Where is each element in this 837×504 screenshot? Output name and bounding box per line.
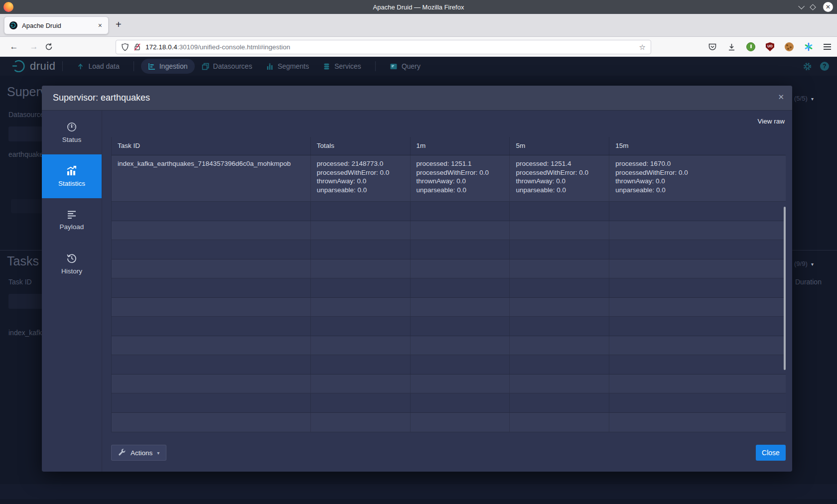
column-15m[interactable]: 15m (609, 137, 786, 155)
datasource-column-header: Datasource (8, 111, 44, 119)
close-button[interactable]: Close (756, 445, 786, 461)
druid-header: druid Load data Ingestion Datasources Se… (0, 57, 837, 76)
dashboard-gauge-icon (66, 122, 77, 132)
table-empty-row (112, 240, 786, 259)
table-empty-row (112, 221, 786, 241)
supervisor-datasource-cell[interactable]: earthquakes (8, 150, 47, 158)
datasources-icon (202, 63, 209, 70)
1m-stats: processed: 1251.1 processedWithError: 0.… (411, 155, 510, 201)
task-id-column-header: Task ID (8, 278, 32, 286)
nav-services[interactable]: Services (316, 59, 368, 74)
segments-icon (266, 63, 274, 70)
table-empty-row (112, 278, 786, 298)
stats-empty-rows (112, 202, 786, 432)
druid-logo[interactable]: druid (11, 59, 55, 74)
cookie-extension-icon[interactable] (785, 42, 794, 51)
duration-column-header: Duration (795, 278, 822, 286)
nav-load-data[interactable]: Load data (70, 59, 126, 74)
url-path: :30109/unified-console.html#ingestion (177, 43, 290, 51)
tab-close-icon[interactable]: × (97, 21, 103, 29)
new-tab-button[interactable]: + (116, 19, 122, 30)
chevron-down-icon: ▾ (811, 96, 814, 102)
table-empty-row (112, 375, 786, 394)
druid-logo-icon (11, 59, 26, 74)
column-5m[interactable]: 5m (510, 137, 609, 155)
reload-button[interactable] (45, 43, 57, 51)
tab-strip: Apache Druid × + (0, 14, 837, 37)
browser-toolbar: ← → 172.18.0.4:30109/unified-console.htm… (0, 37, 837, 57)
table-scrollbar[interactable] (784, 207, 786, 370)
nav-datasources[interactable]: Datasources (195, 59, 260, 74)
chevron-down-icon: ▾ (811, 261, 814, 267)
upload-icon (77, 63, 84, 70)
tab-title: Apache Druid (22, 22, 97, 29)
tasks-heading: Tasks (7, 254, 39, 268)
divider (62, 61, 63, 71)
table-empty-row (112, 336, 786, 356)
tab-history[interactable]: History (42, 242, 102, 286)
column-1m[interactable]: 1m (411, 137, 510, 155)
payload-text-icon (66, 210, 77, 220)
dialog-close-icon[interactable]: ✕ (778, 93, 784, 102)
tab-payload[interactable]: Payload (42, 198, 102, 242)
settings-gear-icon[interactable] (803, 62, 812, 71)
table-empty-row (112, 355, 786, 375)
dialog-header: Supervisor: earthquakes ✕ (42, 86, 792, 111)
url-bar[interactable]: 172.18.0.4:30109/unified-console.html#in… (116, 40, 651, 54)
nav-ingestion[interactable]: Ingestion (141, 59, 195, 74)
history-clock-icon (66, 253, 77, 264)
nav-query[interactable]: Query (383, 59, 427, 74)
window-close-icon[interactable]: ✕ (823, 2, 833, 12)
tracking-shield-icon[interactable] (121, 43, 129, 51)
column-task-id[interactable]: Task ID (112, 137, 311, 155)
multi-account-icon[interactable] (804, 42, 813, 51)
tasks-count-dropdown[interactable]: (9/9) ▾ (794, 260, 814, 267)
view-raw-link[interactable]: View raw (757, 118, 785, 125)
table-empty-row (112, 259, 786, 279)
table-row: index_kafka_earthquakes_7184357396d6c0a_… (112, 155, 786, 202)
menu-icon[interactable] (824, 42, 831, 51)
dialog-side-menu: Status Statistics Payload History (42, 111, 102, 472)
druid-favicon-icon (9, 21, 17, 29)
totals-stats: processed: 2148773.0 processedWithError:… (311, 155, 411, 201)
ublock-origin-icon[interactable]: UO (766, 42, 774, 51)
window-maximize-icon[interactable] (810, 4, 816, 10)
15m-stats: processed: 1670.0 processedWithError: 0.… (609, 155, 786, 201)
background-task-row (0, 484, 837, 499)
services-icon (323, 63, 330, 70)
bookmark-star-icon[interactable]: ☆ (639, 43, 646, 52)
query-icon (390, 63, 398, 70)
supervisors-count-dropdown[interactable]: (5/5) ▾ (794, 95, 814, 102)
actions-label: Actions (131, 449, 152, 457)
pocket-icon[interactable] (708, 42, 717, 51)
downloads-icon[interactable] (727, 43, 736, 51)
help-icon[interactable]: ? (820, 62, 829, 71)
table-empty-row (112, 202, 786, 221)
column-totals[interactable]: Totals (311, 137, 411, 155)
statistics-chart-icon (66, 165, 78, 176)
divider (375, 61, 376, 71)
supervisor-dialog: Supervisor: earthquakes ✕ Status Statist… (42, 86, 792, 472)
table-empty-row (112, 393, 786, 413)
chevron-down-icon: ▾ (157, 450, 159, 456)
window-titlebar: Apache Druid — Mozilla Firefox ✕ (0, 0, 837, 14)
insecure-lock-icon[interactable] (134, 43, 141, 51)
table-header-row: Task ID Totals 1m 5m 15m (112, 137, 786, 155)
actions-button[interactable]: Actions ▾ (111, 445, 166, 461)
nav-segments[interactable]: Segments (259, 59, 316, 74)
task-id-value: index_kafka_earthquakes_7184357396d6c0a_… (112, 155, 311, 201)
druid-logo-text: druid (30, 60, 55, 73)
forward-button[interactable]: → (28, 42, 40, 52)
extension-icon[interactable] (746, 42, 755, 51)
tab-apache-druid[interactable]: Apache Druid × (4, 16, 109, 34)
back-button[interactable]: ← (8, 42, 20, 52)
statistics-table: Task ID Totals 1m 5m 15m index_kafka_ear… (111, 137, 786, 432)
table-empty-row (112, 298, 786, 317)
5m-stats: processed: 1251.4 processedWithError: 0.… (510, 155, 609, 201)
dialog-title: Supervisor: earthquakes (53, 93, 150, 103)
tab-status[interactable]: Status (42, 111, 102, 154)
tab-statistics[interactable]: Statistics (42, 154, 102, 198)
window-minimize-icon[interactable] (798, 3, 805, 9)
ingestion-icon (148, 63, 155, 70)
divider (134, 61, 134, 71)
